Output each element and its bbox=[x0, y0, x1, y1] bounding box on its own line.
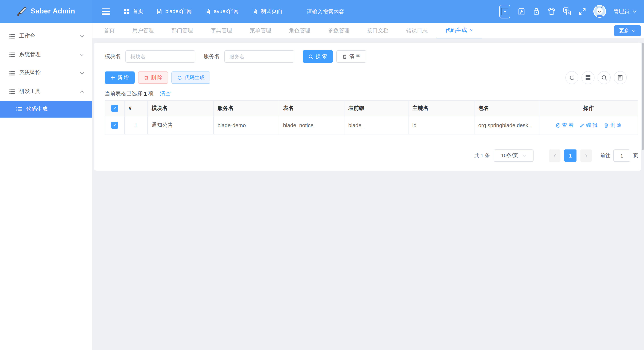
module-name-label: 模块名 bbox=[105, 53, 121, 60]
topnav-label: 首页 bbox=[133, 8, 144, 15]
tab-codegen[interactable]: 代码生成 × bbox=[436, 23, 482, 38]
top-nav: 首页 bladex官网 bbox=[124, 8, 282, 15]
module-name-input[interactable] bbox=[126, 50, 195, 63]
scrollbar-thumb[interactable] bbox=[642, 43, 644, 150]
top-header: Saber Admin 首页 bbox=[0, 0, 644, 23]
collapse-sidebar-icon[interactable] bbox=[102, 8, 110, 15]
column-settings-button[interactable] bbox=[614, 71, 627, 84]
sidebar-item-label: 工作台 bbox=[19, 33, 35, 40]
username-label: 管理员 bbox=[613, 8, 630, 15]
page-number-1[interactable]: 1 bbox=[564, 149, 576, 162]
chevron-down-icon bbox=[80, 34, 84, 39]
topnav-label: bladex官网 bbox=[165, 8, 192, 15]
selection-text: 当前表格已选择 bbox=[105, 90, 142, 97]
chevron-down-icon bbox=[501, 8, 508, 15]
brand-logo[interactable]: Saber Admin bbox=[0, 0, 92, 23]
tab-role-mgmt[interactable]: 角色管理 bbox=[280, 23, 319, 38]
tab-api-docs[interactable]: 接口文档 bbox=[358, 23, 397, 38]
translate-icon[interactable]: 中 A bbox=[563, 7, 571, 15]
sidebar-item-dev-tools[interactable]: 研发工具 bbox=[0, 82, 92, 101]
list-menu-icon bbox=[8, 33, 15, 39]
trash-icon bbox=[342, 54, 347, 59]
topnav-item-bladex-site[interactable]: bladex官网 bbox=[156, 8, 192, 15]
cell-module: 通知公告 bbox=[148, 116, 214, 134]
svg-text:A: A bbox=[568, 11, 570, 15]
document-icon bbox=[205, 8, 211, 15]
tabs-more-button[interactable]: 更多 bbox=[614, 25, 641, 36]
sidebar-item-system-mgmt[interactable]: 系统管理 bbox=[0, 45, 92, 64]
total-count-label: 共 1 条 bbox=[474, 152, 490, 159]
topnav-label: 测试页面 bbox=[261, 8, 282, 15]
chevron-down-icon bbox=[80, 71, 84, 76]
lock-icon[interactable] bbox=[533, 7, 540, 15]
selection-info: 当前表格已选择 1 项 清空 bbox=[105, 90, 638, 97]
pagination: 共 1 条 10条/页 1 前往 bbox=[105, 149, 638, 162]
top-menu-collapse-button[interactable] bbox=[500, 5, 510, 18]
fullscreen-icon[interactable] bbox=[578, 8, 586, 15]
tab-param-mgmt[interactable]: 参数管理 bbox=[319, 23, 358, 38]
global-search-input[interactable] bbox=[306, 8, 373, 15]
toolbar-left: 新 增 删 除 bbox=[105, 71, 210, 84]
row-actions: 查 看 编 辑 bbox=[539, 122, 638, 129]
tab-menu-mgmt[interactable]: 菜单管理 bbox=[241, 23, 280, 38]
eye-icon bbox=[556, 123, 560, 128]
service-name-input[interactable] bbox=[224, 50, 294, 63]
topnav-item-test-page[interactable]: 测试页面 bbox=[252, 8, 282, 15]
close-tab-icon[interactable]: × bbox=[470, 28, 473, 33]
prev-page-button[interactable] bbox=[549, 149, 560, 162]
tab-user-mgmt[interactable]: 用户管理 bbox=[124, 23, 163, 38]
sidebar-item-label: 代码生成 bbox=[26, 106, 48, 113]
edit-link[interactable]: 编 辑 bbox=[580, 122, 598, 129]
brand-title: Saber Admin bbox=[31, 7, 75, 15]
main-area: 首页 用户管理 部门管理 字典管理 菜单管理 角色管理 参数管理 接口文档 错误… bbox=[92, 23, 644, 350]
sidebar-item-label: 研发工具 bbox=[19, 88, 41, 95]
cell-pk: id bbox=[408, 116, 474, 134]
tab-home[interactable]: 首页 bbox=[95, 23, 124, 38]
search-button[interactable]: 搜 索 bbox=[303, 50, 333, 63]
theme-shirt-icon[interactable] bbox=[547, 8, 556, 15]
add-button[interactable]: 新 增 bbox=[105, 71, 134, 84]
table-header-row: ✓ # 模块名 服务名 表名 表前缀 主键名 包名 操作 bbox=[105, 100, 638, 116]
trash-icon bbox=[144, 75, 149, 80]
clear-button[interactable]: 清 空 bbox=[336, 50, 366, 63]
pencil-icon bbox=[580, 123, 584, 128]
list-menu-icon bbox=[8, 88, 15, 95]
goto-unit-label: 页 bbox=[633, 152, 638, 159]
user-avatar[interactable] bbox=[593, 5, 606, 18]
codegen-button[interactable]: 代码生成 bbox=[172, 71, 210, 84]
sidebar-item-workbench[interactable]: 工作台 bbox=[0, 27, 92, 45]
selection-unit: 项 bbox=[148, 90, 154, 97]
tab-error-log[interactable]: 错误日志 bbox=[397, 23, 436, 38]
list-menu-icon bbox=[16, 106, 22, 112]
goto-page-input[interactable] bbox=[613, 149, 630, 162]
user-menu[interactable]: 管理员 bbox=[613, 8, 637, 15]
saber-sword-icon bbox=[17, 6, 27, 16]
cell-prefix: blade_ bbox=[344, 116, 408, 134]
plus-icon bbox=[110, 75, 115, 80]
table-row[interactable]: ✓ 1 通知公告 blade-demo blade_notice blade_ … bbox=[105, 116, 638, 134]
delete-link[interactable]: 删 除 bbox=[604, 122, 622, 129]
page-size-select[interactable]: 10条/页 bbox=[494, 149, 534, 162]
debug-tool-icon[interactable] bbox=[518, 7, 526, 16]
tab-dict-mgmt[interactable]: 字典管理 bbox=[202, 23, 241, 38]
refresh-table-button[interactable] bbox=[565, 71, 578, 84]
cell-index: 1 bbox=[124, 116, 148, 134]
sidebar-menu: 工作台 系统管理 bbox=[0, 23, 92, 118]
topnav-item-avuex-site[interactable]: avuex官网 bbox=[205, 8, 239, 15]
select-all-checkbox[interactable]: ✓ bbox=[111, 105, 118, 112]
toolbar-right bbox=[565, 71, 627, 84]
list-menu-icon bbox=[8, 51, 15, 58]
next-page-button[interactable] bbox=[580, 149, 592, 162]
tab-dept-mgmt[interactable]: 部门管理 bbox=[163, 23, 202, 38]
grid-view-button[interactable] bbox=[582, 71, 594, 84]
sidebar-item-codegen[interactable]: 代码生成 bbox=[0, 101, 92, 118]
row-checkbox[interactable]: ✓ bbox=[111, 122, 118, 129]
sidebar-item-system-monitor[interactable]: 系统监控 bbox=[0, 64, 92, 82]
search-toggle-button[interactable] bbox=[598, 71, 611, 84]
topnav-item-home[interactable]: 首页 bbox=[124, 8, 144, 15]
trash-icon bbox=[604, 123, 609, 128]
delete-button[interactable]: 删 除 bbox=[138, 71, 168, 84]
view-link[interactable]: 查 看 bbox=[556, 122, 574, 129]
col-header-index: # bbox=[124, 100, 148, 116]
clear-selection-link[interactable]: 清空 bbox=[160, 90, 171, 97]
